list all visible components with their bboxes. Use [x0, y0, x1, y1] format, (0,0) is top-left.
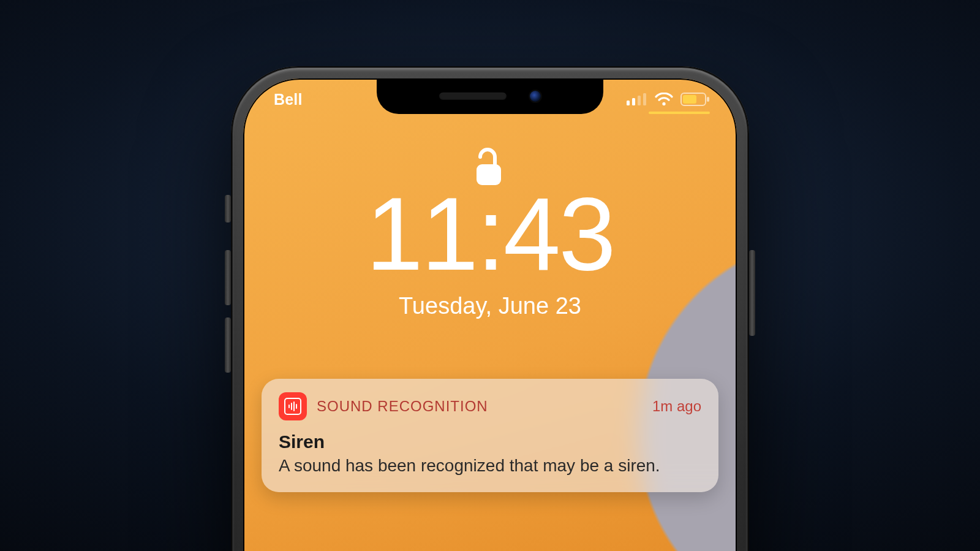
phone-frame: Bell — [231, 66, 749, 551]
notification-app-name: SOUND RECOGNITION — [317, 398, 488, 415]
svg-rect-3 — [643, 93, 646, 105]
cellular-signal-icon — [627, 93, 647, 105]
svg-rect-6 — [683, 95, 696, 104]
mute-switch[interactable] — [225, 195, 231, 222]
battery-icon — [680, 93, 710, 106]
svg-rect-9 — [288, 405, 290, 408]
notification-card[interactable]: SOUND RECOGNITION 1m ago Siren A sound h… — [262, 379, 718, 492]
notification-title: Siren — [279, 431, 701, 452]
svg-rect-2 — [638, 96, 641, 105]
svg-rect-10 — [291, 403, 292, 410]
svg-rect-8 — [285, 398, 301, 414]
notification-body: A sound has been recognized that may be … — [279, 455, 701, 476]
low-power-indicator — [649, 112, 710, 114]
svg-rect-1 — [632, 98, 635, 105]
svg-rect-0 — [627, 101, 630, 105]
lock-screen-time: 11:43 — [243, 183, 737, 286]
notification-timestamp: 1m ago — [652, 398, 701, 415]
carrier-label: Bell — [274, 91, 303, 108]
power-button[interactable] — [749, 250, 755, 336]
status-bar: Bell — [243, 85, 737, 114]
svg-rect-5 — [707, 97, 709, 102]
wifi-icon — [655, 93, 673, 106]
svg-rect-12 — [296, 404, 297, 409]
sound-recognition-icon — [279, 392, 307, 420]
svg-rect-11 — [293, 401, 295, 411]
volume-up-button[interactable] — [225, 250, 231, 305]
lock-screen-date: Tuesday, June 23 — [243, 293, 737, 319]
lock-screen[interactable]: Bell — [243, 78, 737, 551]
volume-down-button[interactable] — [225, 317, 231, 373]
